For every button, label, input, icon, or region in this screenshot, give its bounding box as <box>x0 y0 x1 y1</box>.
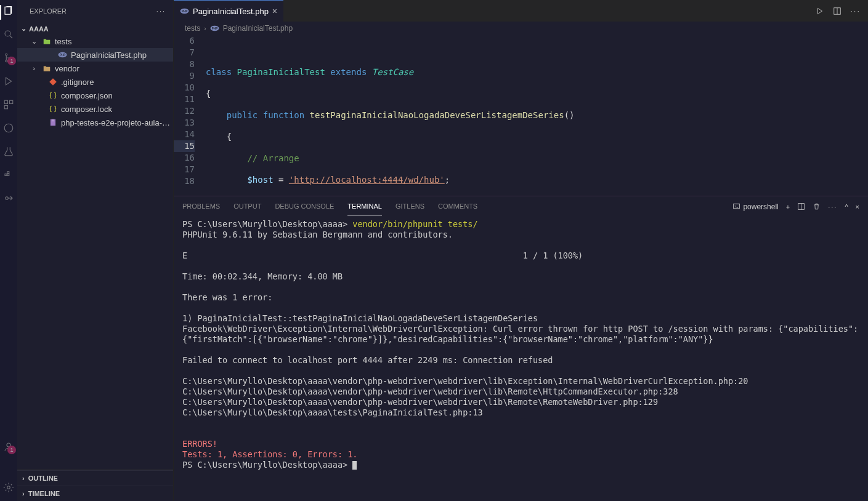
tree-item-composerlock[interactable]: composer.lock <box>17 102 173 116</box>
chevron-right-icon: › <box>30 65 38 72</box>
terminal-cursor <box>352 461 357 470</box>
search-icon[interactable] <box>2 28 15 41</box>
svg-text:PHP: PHP <box>182 10 188 13</box>
side-panel: EXPLORER ··· AAAA ⌄testsPHPPaginaInicial… <box>17 0 174 501</box>
line-number: 8 <box>174 58 195 70</box>
panel-tab-debug-console[interactable]: DEBUG CONSOLE <box>275 198 334 215</box>
remote-icon[interactable] <box>2 122 15 134</box>
line-number: 10 <box>174 82 195 94</box>
new-terminal-icon[interactable]: + <box>786 203 790 210</box>
close-icon[interactable]: × <box>272 6 277 16</box>
gitlens-icon[interactable] <box>2 192 15 204</box>
svg-point-12 <box>6 197 9 200</box>
tab-label: PaginaInicialTest.php <box>193 7 269 16</box>
panel-tab-problems[interactable]: PROBLEMS <box>182 198 220 215</box>
line-number: 12 <box>174 105 195 117</box>
chevron-down-icon: ⌄ <box>30 38 38 46</box>
terminal-prompt: PS C:\Users\Muryllo\Desktop\aaaa> <box>182 460 347 470</box>
panel-more-icon[interactable]: ··· <box>828 203 837 210</box>
extensions-icon[interactable] <box>2 98 15 111</box>
timeline-label: TIMELINE <box>28 490 60 497</box>
source-control-badge: 1 <box>7 57 16 65</box>
panel-tab-comments[interactable]: COMMENTS <box>438 198 477 215</box>
tree-item-label: composer.lock <box>61 105 173 114</box>
terminal-prompt: PS C:\Users\Muryllo\Desktop\aaaa> <box>182 219 347 229</box>
explorer-more-icon[interactable]: ··· <box>156 7 166 15</box>
line-number: 13 <box>174 117 195 129</box>
explorer-icon[interactable] <box>2 5 15 17</box>
tree-item-zip[interactable]: php-testes-e2e-projeto-aula-1-c... <box>17 116 173 129</box>
chevron-right-icon <box>22 490 25 497</box>
source-control-icon[interactable]: 1 <box>2 52 15 64</box>
maximize-panel-icon[interactable]: ^ <box>845 203 848 210</box>
panel-tab-gitlens[interactable]: GITLENS <box>395 198 424 215</box>
outline-section[interactable]: OUTLINE <box>17 470 173 486</box>
accounts-icon[interactable]: 1 <box>2 441 15 453</box>
svg-rect-0 <box>5 7 10 14</box>
tree-item-pit[interactable]: PHPPaginaInicialTest.php <box>17 48 173 62</box>
breadcrumb-item[interactable]: PaginaInicialTest.php <box>223 24 293 33</box>
svg-point-2 <box>6 54 7 55</box>
svg-rect-11 <box>7 172 9 174</box>
activity-indicator <box>0 5 1 20</box>
php-icon: PHP <box>210 24 219 33</box>
docker-icon[interactable] <box>2 169 15 181</box>
more-icon[interactable]: ··· <box>850 6 861 15</box>
trash-icon[interactable] <box>813 202 821 210</box>
tree-item-label: vendor <box>55 64 173 73</box>
tree-item-label: php-testes-e2e-projeto-aula-1-c... <box>61 118 173 127</box>
chevron-down-icon <box>21 25 26 33</box>
chevron-right-icon <box>22 475 25 482</box>
line-number: 14 <box>174 129 195 140</box>
line-number: 9 <box>174 70 195 82</box>
line-gutter: 6789101112131415161718 <box>174 35 206 196</box>
tree-item-composerjson[interactable]: composer.json <box>17 89 173 102</box>
explorer-title: EXPLORER <box>30 7 67 15</box>
outline-label: OUTLINE <box>28 475 58 482</box>
tab-bar: PHP PaginaInicialTest.php × ··· <box>174 0 868 22</box>
run-icon[interactable] <box>816 7 824 15</box>
panel-tab-bar: PROBLEMSOUTPUTDEBUG CONSOLETERMINALGITLE… <box>174 196 868 217</box>
tab-paginainicialtest[interactable]: PHP PaginaInicialTest.php × <box>174 0 283 22</box>
php-icon: PHP <box>58 50 67 60</box>
tree-item-label: .gitignore <box>61 78 173 87</box>
tree-item-tests[interactable]: ⌄tests <box>17 34 173 48</box>
code-editor[interactable]: 6789101112131415161718 class PaginaInici… <box>174 35 868 196</box>
run-debug-icon[interactable] <box>2 75 15 87</box>
svg-rect-6 <box>10 100 13 103</box>
svg-point-8 <box>4 124 13 132</box>
terminal-lines: PHPUnit 9.6.11 by Sebastian Bergmann and… <box>182 230 858 417</box>
activity-bar: 1 1 <box>0 0 17 501</box>
main-area: PHP PaginaInicialTest.php × ··· tests › … <box>174 0 868 501</box>
terminal-errors-header: ERRORS! <box>182 439 217 449</box>
breadcrumb-item[interactable]: tests <box>185 24 200 33</box>
terminal-profile[interactable]: powershell <box>732 202 778 211</box>
breadcrumb[interactable]: tests › PHP PaginaInicialTest.php <box>174 22 868 35</box>
svg-rect-10 <box>7 174 9 176</box>
terminal-output[interactable]: PS C:\Users\Muryllo\Desktop\aaaa> vendor… <box>174 217 868 501</box>
tree-item-vendor[interactable]: ›vendor <box>17 62 173 75</box>
line-number: 6 <box>174 35 195 47</box>
timeline-section[interactable]: TIMELINE <box>17 486 173 501</box>
tree-item-label: composer.json <box>61 91 173 100</box>
close-panel-icon[interactable]: × <box>856 203 859 210</box>
terminal-command: vendor/bin/phpunit tests/ <box>352 219 477 229</box>
svg-point-14 <box>7 486 10 489</box>
split-terminal-icon[interactable] <box>797 202 805 210</box>
code-content[interactable]: class PaginaInicialTest extends TestCase… <box>206 35 868 196</box>
tree-item-gitignore[interactable]: .gitignore <box>17 75 173 89</box>
split-editor-icon[interactable] <box>833 7 842 15</box>
panel-tab-terminal[interactable]: TERMINAL <box>347 198 382 215</box>
testing-icon[interactable] <box>2 145 15 158</box>
svg-rect-23 <box>734 204 740 209</box>
svg-text:PHP: PHP <box>60 54 66 57</box>
tree-item-label: PaginaInicialTest.php <box>71 50 173 60</box>
svg-rect-5 <box>4 100 7 103</box>
project-header[interactable]: AAAA <box>17 23 173 34</box>
panel-tab-output[interactable]: OUTPUT <box>233 198 261 215</box>
svg-rect-9 <box>5 174 7 176</box>
line-number: 11 <box>174 94 195 105</box>
json-icon <box>48 91 57 100</box>
settings-gear-icon[interactable] <box>2 481 15 494</box>
line-number: 18 <box>174 175 195 187</box>
